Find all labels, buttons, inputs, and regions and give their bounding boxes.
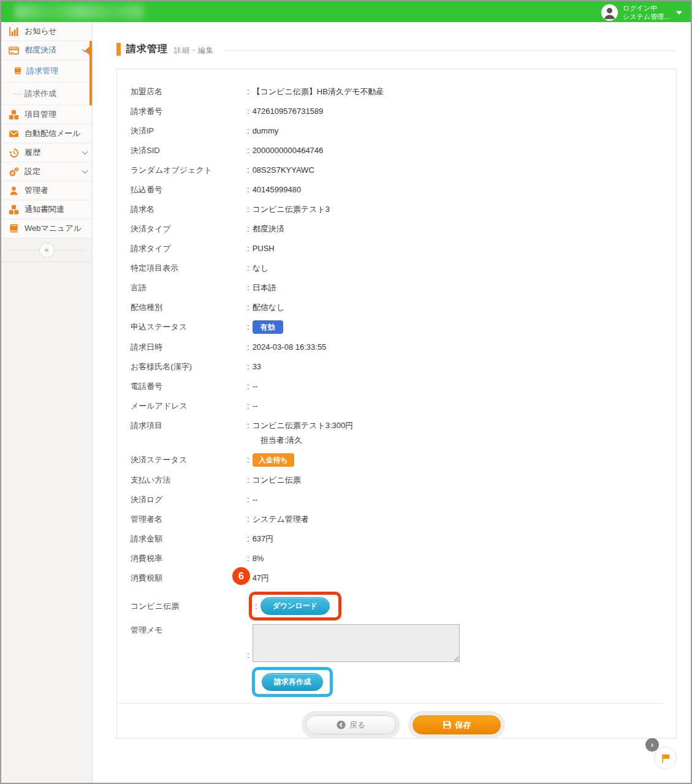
field-value-text: 8% <box>253 552 264 565</box>
dotted-prefix <box>14 94 21 94</box>
detail-row: 加盟店名:【コンビニ伝票】HB清久デモ不動産 <box>131 86 676 98</box>
field-value: :dummy <box>247 125 278 137</box>
field-value-line: 日本語 <box>253 282 276 294</box>
field-value: :日本語 <box>247 282 276 294</box>
field-value-line: 40145999480 <box>253 184 302 196</box>
chevron-down-icon <box>82 167 88 173</box>
user-menu[interactable]: ログイン中 システム管理… <box>601 3 682 21</box>
field-label: 消費税率 <box>131 552 247 565</box>
field-value-line: 33 <box>253 361 261 373</box>
field-label: お客様氏名(漢字) <box>131 361 247 373</box>
sidebar-item-label: 都度決済 <box>25 45 56 56</box>
field-value-line: コンビニ伝票 <box>253 474 301 486</box>
colon: : <box>247 341 249 353</box>
sidebar-item-item-management[interactable]: 項目管理 <box>1 105 92 124</box>
colon: : <box>247 301 249 314</box>
colon: : <box>247 86 249 98</box>
active-group-arrow-icon <box>85 46 90 56</box>
colon: : <box>247 474 249 486</box>
sidebar-item-label: Webマニュアル <box>25 223 82 234</box>
detail-row: 決済SID:2000000000464746 <box>131 145 676 157</box>
field-value: :2024-03-08 16:33:55 <box>247 341 326 353</box>
detail-row: 消費税率:8% <box>131 552 676 565</box>
sidebar-item-administrator[interactable]: 管理者 <box>1 181 92 200</box>
field-value-text: PUSH <box>253 243 275 255</box>
sidebar-submenu: 請求管理請求作成 <box>1 60 92 105</box>
gears-icon <box>9 167 19 177</box>
field-value: : <box>247 624 460 662</box>
field-value-line: -- <box>253 494 258 506</box>
mail-icon <box>9 129 19 139</box>
field-value-line: PUSH <box>253 243 275 255</box>
app-logo-redacted <box>15 4 143 19</box>
field-value-text: -- <box>253 400 258 412</box>
field-value-text: 33 <box>253 361 261 373</box>
field-value-text: 【コンビニ伝票】HB清久デモ不動産 <box>253 86 384 98</box>
field-label: 配信種別 <box>131 301 247 314</box>
detail-row: 消費税額:47円6 <box>131 572 676 584</box>
field-label: 請求番号 <box>131 105 247 118</box>
field-value-text: なし <box>253 262 269 274</box>
sidebar-item-spot-payment[interactable]: 都度決済 <box>1 41 92 60</box>
flag-button[interactable] <box>654 747 677 769</box>
field-value-text: 都度決済 <box>253 223 284 235</box>
recreate-invoice-button[interactable]: 請求再作成 <box>262 673 323 691</box>
sidebar-item-news[interactable]: お知らせ <box>1 22 92 41</box>
detail-row: 請求金額:637円 <box>131 533 676 545</box>
page-title: 請求管理 <box>126 43 168 56</box>
field-value-line: なし <box>253 262 269 274</box>
field-value-text: 08S2S7KYYAWC <box>253 164 314 176</box>
field-value-text: 4726109576731589 <box>253 105 324 118</box>
field-value-text: 2000000000464746 <box>253 145 324 157</box>
field-value: :-- <box>247 400 257 412</box>
sidebar-item-web-manual[interactable]: Webマニュアル <box>1 219 92 238</box>
colon: : <box>247 533 249 545</box>
field-value-line2: 担当者:清久 <box>253 434 354 447</box>
status-badge: 入金待ち <box>253 453 294 467</box>
chevron-down-icon <box>82 148 88 154</box>
sidebar-item-notification-docs[interactable]: 通知書関連 <box>1 200 92 219</box>
field-label: 払込番号 <box>131 184 247 196</box>
field-value-line: 配信なし <box>253 301 285 314</box>
colon: : <box>247 282 249 294</box>
field-value-line: dummy <box>253 125 279 137</box>
sidebar-item-billing-management[interactable]: 請求管理 <box>1 60 92 83</box>
sidebar-collapse-button[interactable]: « <box>39 243 55 258</box>
user-name-label: システム管理… <box>623 12 671 21</box>
colon: : <box>247 400 249 412</box>
field-value: :4726109576731589 <box>247 105 323 118</box>
detail-row: 管理メモ: <box>131 624 676 662</box>
sidebar-item-billing-create[interactable]: 請求作成 <box>1 83 92 105</box>
field-value-text: -- <box>253 494 258 506</box>
sidebar-item-label: 自動配信メール <box>25 128 81 139</box>
expand-chevron-button[interactable]: › <box>645 738 659 752</box>
field-value-text: 配信なし <box>253 301 285 314</box>
field-label: 電話番号 <box>131 380 247 393</box>
flag-icon <box>660 752 672 764</box>
sidebar: お知らせ都度決済請求管理請求作成項目管理自動配信メール履歴設定管理者通知書関連W… <box>1 22 93 783</box>
field-value-text: 日本語 <box>253 282 276 294</box>
detail-row: 言語:日本語 <box>131 282 676 294</box>
field-label: 請求項目 <box>131 420 247 432</box>
back-button[interactable]: 戻る <box>306 715 396 734</box>
colon: : <box>247 145 249 157</box>
sidebar-item-settings[interactable]: 設定 <box>1 162 92 181</box>
sidebar-item-auto-mail[interactable]: 自動配信メール <box>1 124 92 143</box>
sidebar-item-history[interactable]: 履歴 <box>1 143 92 162</box>
field-value-line: 2000000000464746 <box>253 145 324 157</box>
cubes-icon <box>9 205 19 215</box>
field-label: 申込ステータス <box>131 321 247 333</box>
sidebar-item-label: 通知書関連 <box>25 204 64 215</box>
field-label: 加盟店名 <box>131 86 247 98</box>
detail-row: 請求名:コンビニ伝票テスト3 <box>131 203 676 216</box>
cubes-icon <box>9 110 19 120</box>
save-button-label: 保存 <box>455 720 471 731</box>
colon: : <box>247 164 249 176</box>
field-value: :【コンビニ伝票】HB清久デモ不動産 <box>247 86 384 98</box>
admin-memo-textarea[interactable] <box>253 624 460 662</box>
field-label: 消費税額 <box>131 572 247 584</box>
download-button[interactable]: ダウンロード <box>260 597 330 615</box>
caret-down-icon <box>676 11 682 15</box>
detail-row: 請求番号:4726109576731589 <box>131 105 676 118</box>
save-button[interactable]: 保存 <box>413 715 501 734</box>
